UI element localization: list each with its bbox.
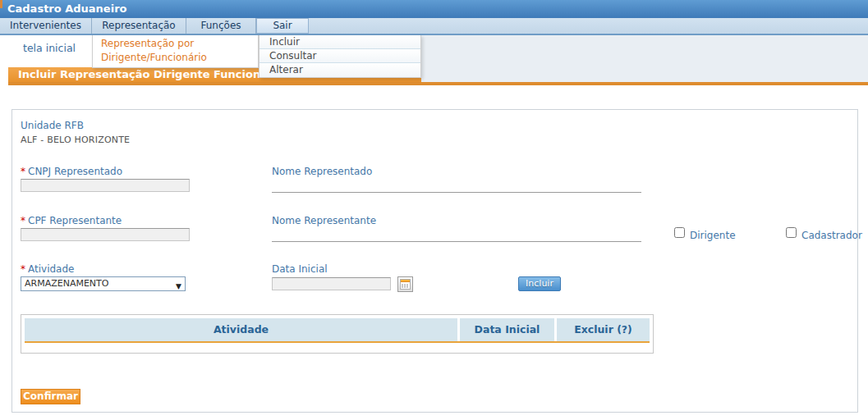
cadastro-aduaneiro-app: Cadastro Aduaneiro Intervenientes Repres… bbox=[0, 0, 868, 420]
cadastrador-checkbox[interactable] bbox=[786, 227, 797, 238]
cpf-representante-input[interactable] bbox=[21, 228, 190, 241]
cpf-representante-label: *CPF Representante bbox=[21, 215, 122, 226]
data-inicial-label: Data Inicial bbox=[272, 263, 328, 275]
corner-accent bbox=[0, 0, 2, 8]
required-asterisk: * bbox=[21, 166, 25, 177]
submenu-item-consultar[interactable]: Consultar bbox=[259, 49, 420, 63]
cnpj-representado-input[interactable] bbox=[21, 179, 190, 192]
submenu-item-representacao-por-dirigente[interactable]: Representação por Dirigente/Funcionário bbox=[101, 37, 250, 65]
menu-funcoes[interactable]: Funções bbox=[186, 18, 256, 34]
incluir-button[interactable]: Incluir bbox=[518, 276, 561, 291]
nome-representante-field bbox=[272, 228, 641, 242]
atividade-selected-value: ARMAZENAMENTO bbox=[25, 278, 108, 289]
table-header-atividade: Atividade bbox=[25, 318, 457, 341]
main-menu-bar: Intervenientes Representação Funções Sai… bbox=[0, 18, 868, 35]
atividade-select[interactable]: ARMAZENAMENTO ▼ bbox=[21, 276, 186, 291]
data-inicial-input[interactable] bbox=[272, 277, 391, 290]
tela-inicial-link[interactable]: tela inicial bbox=[23, 42, 76, 54]
menu-sair[interactable]: Sair bbox=[256, 18, 309, 34]
acoes-submenu: Incluir Consultar Alterar bbox=[259, 35, 421, 78]
dirigente-checkbox[interactable] bbox=[674, 227, 685, 238]
window-title-bar: Cadastro Aduaneiro bbox=[0, 0, 868, 18]
nome-representado-label: Nome Representado bbox=[272, 166, 372, 177]
submenu-item-incluir[interactable]: Incluir bbox=[259, 35, 420, 49]
menu-representacao[interactable]: Representação bbox=[92, 18, 186, 34]
dirigente-checkbox-label: Dirigente bbox=[690, 230, 736, 241]
unidade-rfb-value: ALF - BELO HORIZONTE bbox=[21, 135, 130, 145]
atividades-table: Atividade Data Inicial Excluir (?) bbox=[21, 314, 654, 354]
app-title: Cadastro Aduaneiro bbox=[7, 2, 126, 15]
nome-representado-field bbox=[272, 179, 641, 193]
submenu-item-alterar[interactable]: Alterar bbox=[259, 63, 420, 77]
cadastrador-checkbox-label: Cadastrador bbox=[801, 230, 862, 241]
chevron-down-icon: ▼ bbox=[176, 280, 181, 293]
table-header-row: Atividade Data Inicial Excluir (?) bbox=[25, 318, 650, 341]
table-empty-body bbox=[25, 343, 650, 349]
nome-representante-label: Nome Representante bbox=[272, 215, 376, 226]
menu-intervenientes[interactable]: Intervenientes bbox=[0, 18, 92, 34]
atividade-label: *Atividade bbox=[21, 263, 74, 275]
calendar-icon bbox=[400, 279, 411, 290]
form-container: Unidade RFB ALF - BELO HORIZONTE *CNPJ R… bbox=[11, 109, 858, 413]
table-header-data-inicial: Data Inicial bbox=[457, 318, 554, 341]
cnpj-representado-label: *CNPJ Representado bbox=[21, 166, 122, 177]
representacao-submenu: Representação por Dirigente/Funcionário bbox=[92, 35, 259, 68]
secondary-nav-band-right bbox=[421, 35, 868, 82]
required-asterisk: * bbox=[21, 215, 25, 226]
table-header-excluir: Excluir (?) bbox=[554, 318, 650, 341]
confirmar-button[interactable]: Confirmar bbox=[21, 389, 80, 404]
required-asterisk: * bbox=[21, 263, 25, 275]
calendar-button[interactable] bbox=[397, 276, 413, 292]
page-title-underline bbox=[8, 82, 868, 85]
unidade-rfb-label: Unidade RFB bbox=[21, 120, 84, 131]
